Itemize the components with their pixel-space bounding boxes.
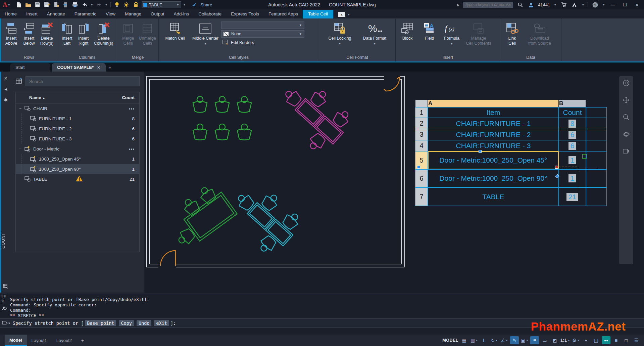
undo-caret-icon[interactable]: ▼ xyxy=(91,3,93,6)
palette-search-input[interactable] xyxy=(26,76,140,86)
annotation-monitor-icon[interactable]: + xyxy=(582,336,590,344)
search-icon[interactable] xyxy=(516,1,524,8)
count-cell[interactable]: 8 xyxy=(559,118,586,129)
cell-format-panel-label[interactable]: Cell Format xyxy=(319,54,395,61)
cell-background-dropdown[interactable]: None ▼ xyxy=(221,30,304,38)
object-snap-tracking-icon[interactable]: ✎ xyxy=(510,336,519,344)
tab-featured-apps[interactable]: Featured Apps xyxy=(264,10,303,18)
list-item-chair[interactable]: − CHAIR ••• xyxy=(16,103,139,114)
empty-cell[interactable] xyxy=(586,169,607,187)
autodesk-menu-caret-icon[interactable]: ▼ xyxy=(582,3,584,6)
delete-columns-button[interactable]: DeleteColumn(s) xyxy=(92,20,115,46)
isodraft-icon[interactable]: ∠▼ xyxy=(500,336,509,344)
autodesk-a-icon[interactable] xyxy=(571,1,578,8)
object-snap-icon[interactable]: ▣▼ xyxy=(520,336,529,344)
insert-below-button[interactable]: InsertBelow xyxy=(21,20,37,46)
print-icon[interactable] xyxy=(71,1,79,8)
formula-button[interactable]: f(x) Formula ▼ xyxy=(442,20,461,46)
clean-screen-icon[interactable]: ◻ xyxy=(622,336,631,344)
palette-properties-icon[interactable]: ✱ xyxy=(1,96,11,104)
selection-cycling-icon[interactable]: ◩ xyxy=(550,336,559,344)
new-tab-button[interactable]: + xyxy=(108,64,111,70)
tab-home[interactable]: Home xyxy=(0,10,21,18)
count-cell[interactable]: 1 xyxy=(559,169,586,187)
pan-icon[interactable] xyxy=(623,97,630,105)
insert-left-button[interactable]: InsertLeft xyxy=(59,20,75,46)
count-cell[interactable]: Count xyxy=(559,107,586,118)
tab-collaborate[interactable]: Collaborate xyxy=(194,10,226,18)
new-layout-button[interactable]: + xyxy=(77,335,89,346)
cell-styles-panel-label[interactable]: Cell Styles xyxy=(159,54,319,61)
list-item-door-metric[interactable]: − Door - Metric ••• xyxy=(16,144,139,154)
search-expand-icon[interactable]: ▶ xyxy=(457,3,459,7)
command-history[interactable]: Specify stretch point or [Base point/Cop… xyxy=(10,297,149,318)
model-space-toggle[interactable]: MODEL xyxy=(442,336,458,344)
collapse-icon[interactable]: − xyxy=(19,106,24,111)
plot-icon[interactable] xyxy=(53,1,60,8)
insert-right-button[interactable]: InsertRight xyxy=(76,20,91,46)
empty-cell[interactable] xyxy=(586,118,607,129)
share-icon[interactable] xyxy=(190,1,197,8)
keyword-undo[interactable]: Undo xyxy=(137,320,152,326)
recent-commands-icon[interactable] xyxy=(2,320,7,326)
redo-icon[interactable] xyxy=(95,1,103,8)
data-panel-label[interactable]: Data xyxy=(500,54,561,61)
user-avatar-icon[interactable] xyxy=(527,1,535,8)
command-close-icon[interactable]: ✕ xyxy=(1,298,6,303)
empty-cell[interactable] xyxy=(586,107,607,118)
table-style-dropdown[interactable]: ▼ xyxy=(221,21,304,29)
merge-cells-button[interactable]: MergeCells xyxy=(119,20,137,46)
list-item-table[interactable]: TABLE 21 xyxy=(16,174,139,184)
command-window-grip[interactable]: ⣿⣿ xyxy=(1,295,6,298)
more-menu-icon[interactable]: ••• xyxy=(129,146,135,152)
save-icon[interactable] xyxy=(34,1,41,8)
empty-cell[interactable] xyxy=(586,140,607,151)
units-icon[interactable]: ◫ xyxy=(592,336,600,344)
grip-top[interactable] xyxy=(479,150,482,153)
columns-panel-label[interactable]: Columns xyxy=(57,54,117,61)
autocad-logo-icon[interactable]: A xyxy=(3,1,7,8)
count-cell[interactable]: 6 xyxy=(559,140,586,151)
insert-block-button[interactable]: Block xyxy=(398,20,417,41)
app-menu-caret-icon[interactable]: ▼ xyxy=(8,3,10,6)
open-folder-icon[interactable] xyxy=(24,1,32,8)
user-id-label[interactable]: 41441 xyxy=(538,2,550,7)
palette-autohide-icon[interactable]: ◄ xyxy=(1,85,11,93)
list-item-furniture-3[interactable]: FURNITURE - 3 6 xyxy=(16,134,139,144)
delete-rows-button[interactable]: DeleteRow(s) xyxy=(39,20,55,46)
warning-icon[interactable] xyxy=(76,175,83,183)
keyword-base-point[interactable]: Base point xyxy=(85,320,116,326)
collapse-icon[interactable]: − xyxy=(19,146,24,151)
match-cell-button[interactable]: Match Cell xyxy=(161,20,190,41)
row-number[interactable]: 6 xyxy=(415,169,428,187)
row-number[interactable]: 7 xyxy=(415,187,428,206)
graphics-performance-icon[interactable]: ●● xyxy=(602,336,610,344)
grid-display-icon[interactable]: ▦ xyxy=(460,336,468,344)
file-tab-close-icon[interactable]: ✕ xyxy=(97,65,100,70)
name-column-header[interactable]: Name ▲ xyxy=(29,95,45,100)
item-cell[interactable]: Door - Metric:1000_250_Open 90° xyxy=(428,169,559,187)
insert-above-button[interactable]: InsertAbove xyxy=(3,20,19,46)
lineweight-icon[interactable]: ≡ xyxy=(530,336,539,344)
more-menu-icon[interactable]: ••• xyxy=(129,106,135,111)
undo-icon[interactable] xyxy=(81,1,88,8)
orbit-icon[interactable] xyxy=(623,131,630,139)
navigation-wheel-icon[interactable] xyxy=(623,80,630,88)
list-item-furniture-1[interactable]: FURNITURE - 1 8 xyxy=(16,114,139,124)
layer-on-bulb-icon[interactable] xyxy=(113,1,121,8)
file-tab-document[interactable]: COUNT SAMPLE* ✕ xyxy=(52,63,106,72)
maximize-button[interactable]: ☐ xyxy=(621,2,629,7)
unmerge-cells-button[interactable]: UnmergeCells xyxy=(139,20,157,46)
keyword-exit[interactable]: eXit xyxy=(154,320,169,326)
workspace-switching-icon[interactable]: ⚙▼ xyxy=(572,336,580,344)
list-item-door-90[interactable]: 1000_250_Open 90° 1 xyxy=(16,164,139,174)
grip-hot[interactable] xyxy=(555,166,558,169)
layer-unlock-icon[interactable] xyxy=(132,1,140,8)
item-cell[interactable]: TABLE xyxy=(428,187,559,206)
empty-cell[interactable] xyxy=(586,129,607,140)
list-item-furniture-2[interactable]: FURNITURE - 2 6 xyxy=(16,124,139,134)
empty-cell[interactable] xyxy=(586,187,607,206)
snap-mode-icon[interactable]: ▥▼ xyxy=(470,336,479,344)
merge-panel-label[interactable]: Merge xyxy=(117,54,158,61)
export-icon[interactable] xyxy=(62,1,69,8)
